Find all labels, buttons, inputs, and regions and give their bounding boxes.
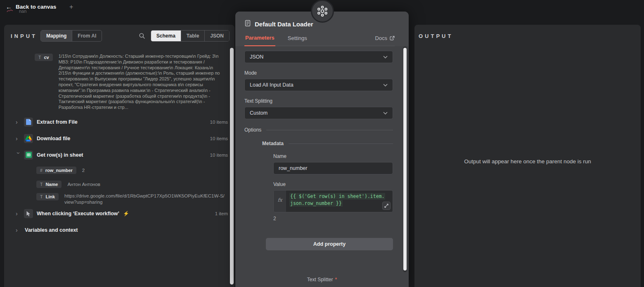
tab-json[interactable]: JSON (204, 31, 229, 41)
divider (289, 144, 393, 144)
chevron-right-icon[interactable]: › (16, 227, 23, 233)
cursor-trigger-icon (24, 209, 33, 218)
input-panel-title: INPUT (11, 33, 37, 39)
add-tab-button[interactable]: + (66, 2, 76, 12)
field-chip-name[interactable]: T Name (36, 181, 62, 188)
lightning-icon: ⚡ (123, 211, 129, 216)
item-count: 10 items (210, 120, 228, 125)
required-asterisk: * (335, 277, 337, 282)
tab-schema[interactable]: Schema (151, 31, 181, 41)
tab-settings[interactable]: Settings (287, 35, 308, 46)
back-arrow-icon: ← (6, 3, 12, 10)
field-chip-row-number[interactable]: # row_number (36, 167, 76, 174)
tree-node-get-rows-in-sheet[interactable]: › Get row(s) in sheet 10 items (4, 147, 228, 163)
metadata-section-header: Metadata (262, 141, 393, 146)
metadata-name-input[interactable]: row_number (273, 162, 393, 174)
search-icon[interactable] (139, 33, 145, 41)
output-panel: OUTPUT Output will appear here once the … (414, 25, 641, 287)
item-count: 1 item (215, 211, 228, 216)
extract-file-icon (24, 118, 33, 127)
item-count: 10 items (210, 136, 228, 141)
chevron-down-icon (383, 84, 388, 87)
field-type-text-icon: T (38, 55, 41, 60)
options-section-header: Options (244, 127, 393, 133)
input-view-toggle: Schema Table JSON (151, 30, 230, 42)
output-empty-message: Output will appear here once the parent … (451, 158, 604, 166)
tab-table[interactable]: Table (181, 31, 204, 41)
input-scrollbar[interactable] (230, 48, 234, 285)
text-splitting-label: Text Splitting (244, 98, 393, 104)
google-drive-icon (24, 134, 33, 143)
field-value-cv: 1/15\n Сотрудник\n Должность: Старший ин… (59, 54, 225, 111)
schema-field-name: T Name Антон Антонов (4, 177, 228, 191)
mode-label: Mode (244, 70, 393, 76)
tab-parameters[interactable]: Parameters (244, 35, 275, 46)
google-sheets-icon (24, 151, 33, 160)
field-chip-cv[interactable]: T cv (35, 54, 53, 61)
chevron-right-icon[interactable]: › (16, 135, 23, 142)
tree-node-variables-and-context[interactable]: › Variables and context (4, 222, 228, 238)
chevron-down-icon[interactable]: › (15, 152, 22, 160)
tree-node-extract-from-file[interactable]: › Extract from File 10 items (4, 114, 228, 130)
schema-field-row-number: # row_number 2 (4, 163, 228, 177)
schema-field-link: T Link https://drive.google.com/file/d/1… (4, 191, 228, 205)
metadata-value-expression-editor[interactable]: fx {{ $('Get row(s) in sheet').item. jso… (273, 190, 393, 212)
divider (266, 130, 393, 130)
metadata-name-label: Name (273, 153, 393, 159)
output-panel-title: OUTPUT (419, 33, 453, 39)
chevron-down-icon (383, 112, 388, 115)
input-mode-toggle: Mapping From AI (40, 30, 102, 42)
back-label: Back to canvas (16, 4, 56, 10)
field-type-text-icon: T (40, 182, 43, 187)
node-doc-icon (244, 20, 251, 28)
external-link-icon (390, 36, 395, 41)
add-property-button[interactable]: Add property (266, 238, 393, 250)
field-chip-link[interactable]: T Link (36, 193, 59, 200)
mode-select[interactable]: Load All Input Data (244, 79, 393, 91)
node-title[interactable]: Default Data Loader (255, 21, 313, 28)
docs-link[interactable]: Docs (375, 35, 395, 46)
schema-tree: T cv 1/15\n Сотрудник\n Должность: Старш… (4, 49, 228, 238)
tree-node-download-file[interactable]: › Download file 10 items (4, 130, 228, 147)
chevron-down-icon (383, 56, 388, 59)
expression-result: 2 (273, 216, 393, 221)
schema-field-cv: T cv 1/15\n Сотрудник\n Должность: Старш… (4, 54, 228, 111)
metadata-value-label: Value (273, 181, 393, 187)
expression-code[interactable]: {{ $('Get row(s) in sheet').item. json.r… (286, 191, 393, 212)
modal-tabs: Parameters Settings Docs (244, 35, 395, 46)
item-count: 10 items (210, 153, 228, 158)
text-splitting-select[interactable]: Custom (244, 107, 393, 119)
text-splitter-connector[interactable]: Text Splitter * (235, 272, 409, 287)
chevron-right-icon[interactable]: › (16, 210, 23, 217)
tab-mapping[interactable]: Mapping (41, 31, 72, 41)
default-data-loader-node-icon[interactable] (311, 0, 334, 23)
modal-scrollbar[interactable] (403, 48, 407, 271)
chevron-right-icon[interactable]: › (16, 119, 23, 125)
fx-icon: fx (274, 191, 286, 212)
tree-node-execute-workflow-trigger[interactable]: › When clicking ‘Execute workflow’ ⚡ 1 i… (4, 205, 228, 222)
parameters-body: JSON Mode Load All Input Data Text Split… (235, 47, 409, 272)
tab-from-ai[interactable]: From AI (72, 31, 102, 41)
field-type-text-icon: T (40, 194, 43, 199)
expand-expression-icon[interactable] (382, 202, 391, 210)
node-detail-modal: Default Data Loader Parameters Settings … (235, 12, 409, 287)
input-panel: INPUT Mapping From AI Schema Table JSON … (4, 25, 234, 287)
back-to-canvas-button[interactable]: ← Back to canvas (6, 3, 56, 10)
field-type-number-icon: # (40, 168, 43, 173)
ndv-overlay: nan ← Back to canvas + INPUT Mapping Fro… (0, 0, 644, 287)
data-type-select[interactable]: JSON (244, 51, 393, 63)
